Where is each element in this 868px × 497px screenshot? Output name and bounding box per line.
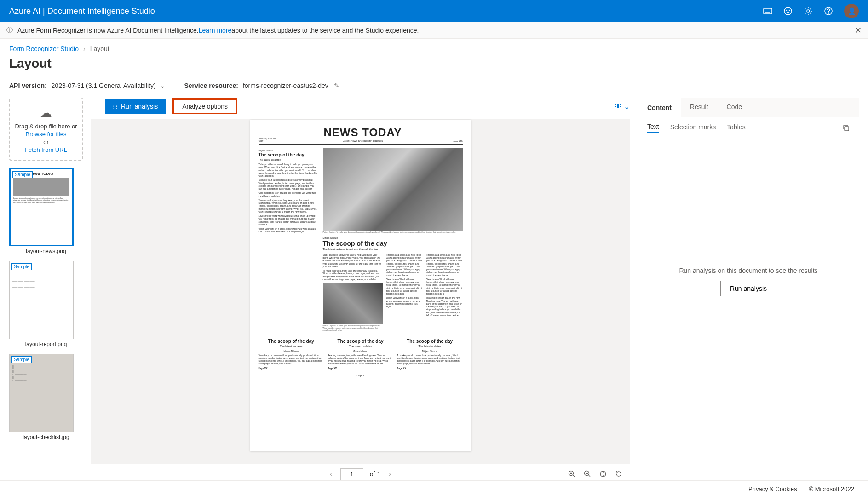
doc-para: Themes and styles also help keep your do…: [259, 199, 318, 213]
doc-page-xx: Page XX: [328, 367, 393, 370]
feedback-icon[interactable]: [783, 6, 793, 16]
doc-date: Tuesday, Sep 30, 2022: [259, 137, 277, 143]
result-tabs-primary: Content Result Code: [638, 98, 859, 117]
breadcrumb-current: Layout: [90, 45, 109, 52]
thumb-layout-report[interactable]: Sample ──── ──── ──── ──────── ──── ────…: [9, 261, 83, 347]
edit-icon[interactable]: ✎: [334, 82, 339, 89]
doc-para: Themes and styles also help keep your do…: [426, 254, 463, 277]
thumb-layout-news[interactable]: Sample NEWS TODAY Lorem ipsum dolor sit …: [9, 168, 83, 254]
close-icon[interactable]: ✕: [855, 25, 862, 35]
sample-tag: Sample: [11, 356, 32, 363]
fetch-url-link[interactable]: Fetch from URL: [13, 146, 79, 153]
visibility-toggle[interactable]: 👁 ⌄: [615, 102, 630, 111]
svg-point-5: [807, 10, 810, 12]
doc-para: Save time in Word with new buttons that …: [386, 278, 423, 295]
dropzone-or: or: [13, 139, 79, 145]
doc-subheading: The latest updates: [259, 158, 318, 162]
doc-issue: Issue #10: [449, 140, 463, 143]
info-text-post: about the latest updates to the service …: [231, 27, 419, 34]
doc-para: To make your document look professionall…: [259, 354, 324, 365]
files-column: ☁ Drag & drop file here or Browse for fi…: [9, 98, 83, 484]
fit-icon[interactable]: [599, 470, 607, 478]
doc-caption: Picture Caption: To make your document l…: [323, 231, 463, 234]
doc-page-xx: Page XX: [259, 367, 324, 370]
privacy-link[interactable]: Privacy & Cookies: [748, 485, 797, 492]
doc-col-heading: The scoop of the day: [259, 339, 324, 344]
info-banner: ⓘ Azure Form Recognizer is now Azure AI …: [0, 22, 868, 39]
next-page-icon[interactable]: ›: [387, 468, 393, 480]
breadcrumb-root[interactable]: Form Recognizer Studio: [9, 45, 79, 52]
info-icon: ⓘ: [6, 26, 13, 35]
avatar[interactable]: 👤: [844, 4, 859, 18]
doc-heading: The scoop of the day: [259, 152, 318, 158]
svg-line-13: [589, 475, 591, 477]
doc-heading-big: The scoop of the day: [323, 240, 463, 248]
tab-content[interactable]: Content: [638, 98, 681, 117]
tab-result[interactable]: Result: [681, 98, 718, 117]
results-column: Content Result Code Text Selection marks…: [638, 98, 859, 484]
doc-col-heading: The scoop of the day: [328, 339, 393, 344]
doc-masthead-title: NEWS TODAY: [277, 126, 449, 139]
browse-files-link[interactable]: Browse for files: [13, 131, 79, 138]
sample-tag: Sample: [11, 263, 32, 270]
results-empty-state: Run analysis on this document to see the…: [638, 139, 859, 424]
zoom-in-icon[interactable]: [568, 470, 575, 478]
doc-toolbar: ⦙⦙⦙ Run analysis Analyze options 👁 ⌄: [91, 98, 630, 119]
svg-point-7: [828, 13, 828, 13]
main-layout: ☁ Drag & drop file here or Browse for fi…: [0, 98, 868, 484]
doc-para: Video provides a powerful way to help yo…: [259, 163, 318, 177]
thumb-layout-checklist[interactable]: Sample ☐ ─────────☐ ─────────☐ ─────────…: [9, 354, 83, 440]
empty-message: Run analysis on this document to see the…: [679, 267, 817, 274]
doc-para: Reading is easier, too, in the new Readi…: [328, 354, 393, 365]
doc-para: Reading is easier, too, in the new Readi…: [426, 296, 463, 317]
doc-para: When you work on a table, click where yo…: [386, 296, 423, 308]
service-resource-value: forms-recognizer-eastus2-dev: [243, 82, 328, 89]
run-analysis-button-secondary[interactable]: Run analysis: [720, 281, 776, 296]
doc-caption: Picture Caption: To make your document l…: [323, 325, 383, 331]
footer-bar: Privacy & Cookies © Microsoft 2022: [0, 480, 868, 497]
tab-code[interactable]: Code: [718, 98, 751, 117]
doc-col-byline: Mirjam Nilsson: [397, 350, 463, 353]
doc-footer: Page 1: [259, 373, 463, 377]
doc-para: To make your document look professionall…: [323, 269, 383, 281]
copyright-text: © Microsoft 2022: [809, 485, 854, 492]
learn-more-link[interactable]: Learn more: [199, 27, 232, 34]
document-canvas[interactable]: Tuesday, Sep 30, 2022 NEWS TODAY Latest …: [91, 119, 630, 464]
doc-para: Click Insert and then choose the element…: [259, 191, 318, 197]
chevron-down-icon[interactable]: ⌄: [160, 82, 166, 89]
chevron-right-icon: ›: [83, 45, 86, 52]
result-tabs-secondary: Text Selection marks Tables: [638, 117, 859, 139]
rotate-icon[interactable]: [615, 470, 622, 478]
page-of-label: of 1: [370, 470, 380, 478]
thumb-name: layout-report.png: [9, 341, 83, 347]
analyze-options-button[interactable]: Analyze options: [172, 98, 237, 114]
run-analysis-button[interactable]: ⦙⦙⦙ Run analysis: [105, 99, 166, 114]
topbar-actions: 👤: [763, 4, 859, 18]
doc-para: Themes and styles also help keep your do…: [386, 254, 423, 277]
breadcrumb: Form Recognizer Studio › Layout: [0, 39, 868, 56]
api-version[interactable]: API version: 2023-07-31 (3.1 General Ava…: [9, 82, 166, 89]
zoom-out-icon[interactable]: [584, 470, 591, 478]
prev-page-icon[interactable]: ‹: [328, 468, 333, 480]
document-page: Tuesday, Sep 30, 2022 NEWS TODAY Latest …: [250, 120, 471, 451]
keyboard-icon[interactable]: [763, 6, 772, 16]
doc-para: To make your document look professionall…: [397, 354, 463, 365]
scan-icon: ⦙⦙⦙: [113, 103, 117, 110]
doc-col-byline: Mirjam Nilsson: [259, 350, 324, 353]
subtab-text[interactable]: Text: [647, 123, 659, 133]
doc-col-sub: The latest updates: [328, 345, 393, 348]
service-resource: Service resource: forms-recognizer-eastu…: [184, 82, 339, 89]
thumb-name: layout-news.png: [9, 248, 83, 254]
gear-icon[interactable]: [804, 6, 813, 16]
doc-para: To make your document look professionall…: [259, 179, 318, 190]
help-icon[interactable]: [824, 6, 833, 16]
subtab-tables[interactable]: Tables: [727, 123, 745, 133]
doc-masthead-sub: Latest news and bulletin updates: [277, 139, 449, 143]
subtab-selection-marks[interactable]: Selection marks: [670, 123, 716, 133]
copy-icon[interactable]: [842, 124, 850, 132]
eye-icon: 👁: [615, 102, 622, 110]
page-number-input[interactable]: [340, 468, 363, 480]
svg-point-4: [789, 10, 790, 11]
page-title: Layout: [0, 56, 868, 82]
dropzone[interactable]: ☁ Drag & drop file here or Browse for fi…: [9, 98, 83, 161]
